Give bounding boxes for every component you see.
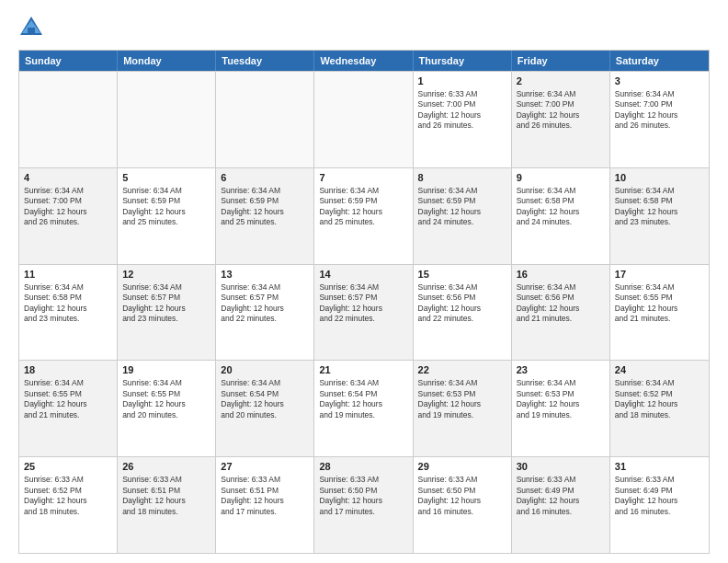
day-number: 18 bbox=[24, 364, 112, 375]
header bbox=[18, 15, 710, 40]
weekday-header-friday: Friday bbox=[512, 51, 610, 71]
day-number: 10 bbox=[615, 172, 704, 183]
day-9: 9Sunrise: 6:34 AM Sunset: 6:58 PM Daylig… bbox=[512, 168, 610, 264]
day-number: 14 bbox=[319, 269, 407, 280]
logo-icon bbox=[18, 15, 44, 40]
day-5: 5Sunrise: 6:34 AM Sunset: 6:59 PM Daylig… bbox=[118, 168, 216, 264]
cal-row-1: 4Sunrise: 6:34 AM Sunset: 7:00 PM Daylig… bbox=[19, 167, 709, 264]
day-number: 15 bbox=[418, 269, 506, 280]
day-number: 31 bbox=[615, 461, 704, 472]
weekday-header-thursday: Thursday bbox=[414, 51, 512, 71]
day-11: 11Sunrise: 6:34 AM Sunset: 6:58 PM Dayli… bbox=[19, 265, 118, 361]
day-info: Sunrise: 6:34 AM Sunset: 6:57 PM Dayligh… bbox=[319, 282, 407, 325]
day-info: Sunrise: 6:34 AM Sunset: 6:56 PM Dayligh… bbox=[517, 282, 605, 325]
day-18: 18Sunrise: 6:34 AM Sunset: 6:55 PM Dayli… bbox=[19, 361, 118, 456]
day-number: 25 bbox=[24, 461, 112, 472]
weekday-header-monday: Monday bbox=[118, 51, 216, 71]
day-info: Sunrise: 6:34 AM Sunset: 7:00 PM Dayligh… bbox=[615, 89, 704, 132]
day-number: 30 bbox=[517, 461, 605, 472]
day-number: 19 bbox=[122, 364, 210, 375]
calendar: SundayMondayTuesdayWednesdayThursdayFrid… bbox=[18, 50, 710, 554]
empty-cell bbox=[19, 72, 118, 167]
day-24: 24Sunrise: 6:34 AM Sunset: 6:52 PM Dayli… bbox=[610, 361, 709, 456]
day-number: 3 bbox=[615, 75, 704, 86]
empty-cell bbox=[314, 72, 413, 167]
day-number: 27 bbox=[221, 461, 309, 472]
day-number: 23 bbox=[517, 364, 605, 375]
cal-row-2: 11Sunrise: 6:34 AM Sunset: 6:58 PM Dayli… bbox=[19, 264, 709, 361]
day-number: 16 bbox=[517, 269, 605, 280]
day-info: Sunrise: 6:34 AM Sunset: 6:55 PM Dayligh… bbox=[615, 282, 704, 325]
day-29: 29Sunrise: 6:33 AM Sunset: 6:50 PM Dayli… bbox=[414, 457, 512, 553]
svg-rect-2 bbox=[28, 28, 35, 35]
day-31: 31Sunrise: 6:33 AM Sunset: 6:49 PM Dayli… bbox=[610, 457, 709, 553]
day-number: 8 bbox=[418, 172, 506, 183]
day-info: Sunrise: 6:34 AM Sunset: 6:54 PM Dayligh… bbox=[221, 378, 309, 420]
day-number: 7 bbox=[319, 172, 407, 183]
day-info: Sunrise: 6:34 AM Sunset: 6:59 PM Dayligh… bbox=[418, 186, 506, 228]
day-info: Sunrise: 6:34 AM Sunset: 7:00 PM Dayligh… bbox=[517, 89, 605, 132]
day-number: 11 bbox=[24, 269, 112, 280]
day-info: Sunrise: 6:33 AM Sunset: 7:00 PM Dayligh… bbox=[418, 89, 506, 132]
day-info: Sunrise: 6:34 AM Sunset: 6:58 PM Dayligh… bbox=[24, 282, 112, 325]
day-25: 25Sunrise: 6:33 AM Sunset: 6:52 PM Dayli… bbox=[19, 457, 118, 553]
day-number: 17 bbox=[615, 269, 704, 280]
day-info: Sunrise: 6:33 AM Sunset: 6:51 PM Dayligh… bbox=[122, 475, 210, 517]
day-27: 27Sunrise: 6:33 AM Sunset: 6:51 PM Dayli… bbox=[216, 457, 314, 553]
day-13: 13Sunrise: 6:34 AM Sunset: 6:57 PM Dayli… bbox=[216, 265, 314, 361]
weekday-header-tuesday: Tuesday bbox=[216, 51, 314, 71]
day-number: 9 bbox=[517, 172, 605, 183]
day-number: 6 bbox=[221, 172, 309, 183]
day-17: 17Sunrise: 6:34 AM Sunset: 6:55 PM Dayli… bbox=[610, 265, 709, 361]
day-info: Sunrise: 6:34 AM Sunset: 6:59 PM Dayligh… bbox=[221, 186, 309, 228]
day-14: 14Sunrise: 6:34 AM Sunset: 6:57 PM Dayli… bbox=[314, 265, 413, 361]
day-number: 13 bbox=[221, 269, 309, 280]
day-info: Sunrise: 6:33 AM Sunset: 6:50 PM Dayligh… bbox=[319, 475, 407, 517]
day-20: 20Sunrise: 6:34 AM Sunset: 6:54 PM Dayli… bbox=[216, 361, 314, 456]
day-number: 5 bbox=[122, 172, 210, 183]
day-30: 30Sunrise: 6:33 AM Sunset: 6:49 PM Dayli… bbox=[512, 457, 610, 553]
calendar-header: SundayMondayTuesdayWednesdayThursdayFrid… bbox=[19, 51, 709, 71]
day-info: Sunrise: 6:33 AM Sunset: 6:49 PM Dayligh… bbox=[517, 475, 605, 517]
day-info: Sunrise: 6:34 AM Sunset: 6:55 PM Dayligh… bbox=[122, 378, 210, 420]
cal-row-3: 18Sunrise: 6:34 AM Sunset: 6:55 PM Dayli… bbox=[19, 360, 709, 456]
day-2: 2Sunrise: 6:34 AM Sunset: 7:00 PM Daylig… bbox=[512, 72, 610, 167]
day-3: 3Sunrise: 6:34 AM Sunset: 7:00 PM Daylig… bbox=[610, 72, 709, 167]
day-info: Sunrise: 6:34 AM Sunset: 6:59 PM Dayligh… bbox=[122, 186, 210, 228]
day-info: Sunrise: 6:34 AM Sunset: 6:52 PM Dayligh… bbox=[615, 378, 704, 420]
day-number: 1 bbox=[418, 75, 506, 86]
day-number: 29 bbox=[418, 461, 506, 472]
day-15: 15Sunrise: 6:34 AM Sunset: 6:56 PM Dayli… bbox=[414, 265, 512, 361]
logo bbox=[18, 15, 48, 40]
day-23: 23Sunrise: 6:34 AM Sunset: 6:53 PM Dayli… bbox=[512, 361, 610, 456]
day-info: Sunrise: 6:34 AM Sunset: 6:53 PM Dayligh… bbox=[517, 378, 605, 420]
day-info: Sunrise: 6:33 AM Sunset: 6:51 PM Dayligh… bbox=[221, 475, 309, 517]
day-8: 8Sunrise: 6:34 AM Sunset: 6:59 PM Daylig… bbox=[414, 168, 512, 264]
day-10: 10Sunrise: 6:34 AM Sunset: 6:58 PM Dayli… bbox=[610, 168, 709, 264]
day-info: Sunrise: 6:34 AM Sunset: 6:57 PM Dayligh… bbox=[122, 282, 210, 325]
day-info: Sunrise: 6:34 AM Sunset: 6:58 PM Dayligh… bbox=[517, 186, 605, 228]
day-number: 28 bbox=[319, 461, 407, 472]
cal-row-0: 1Sunrise: 6:33 AM Sunset: 7:00 PM Daylig… bbox=[19, 71, 709, 167]
day-1: 1Sunrise: 6:33 AM Sunset: 7:00 PM Daylig… bbox=[414, 72, 512, 167]
day-number: 26 bbox=[122, 461, 210, 472]
calendar-body: 1Sunrise: 6:33 AM Sunset: 7:00 PM Daylig… bbox=[19, 71, 709, 553]
day-21: 21Sunrise: 6:34 AM Sunset: 6:54 PM Dayli… bbox=[314, 361, 413, 456]
day-info: Sunrise: 6:34 AM Sunset: 6:53 PM Dayligh… bbox=[418, 378, 506, 420]
cal-row-4: 25Sunrise: 6:33 AM Sunset: 6:52 PM Dayli… bbox=[19, 456, 709, 553]
day-number: 21 bbox=[319, 364, 407, 375]
weekday-header-wednesday: Wednesday bbox=[314, 51, 413, 71]
empty-cell bbox=[118, 72, 216, 167]
day-26: 26Sunrise: 6:33 AM Sunset: 6:51 PM Dayli… bbox=[118, 457, 216, 553]
day-6: 6Sunrise: 6:34 AM Sunset: 6:59 PM Daylig… bbox=[216, 168, 314, 264]
day-info: Sunrise: 6:34 AM Sunset: 6:56 PM Dayligh… bbox=[418, 282, 506, 325]
day-4: 4Sunrise: 6:34 AM Sunset: 7:00 PM Daylig… bbox=[19, 168, 118, 264]
day-16: 16Sunrise: 6:34 AM Sunset: 6:56 PM Dayli… bbox=[512, 265, 610, 361]
day-info: Sunrise: 6:34 AM Sunset: 7:00 PM Dayligh… bbox=[24, 186, 112, 228]
empty-cell bbox=[216, 72, 314, 167]
day-28: 28Sunrise: 6:33 AM Sunset: 6:50 PM Dayli… bbox=[314, 457, 413, 553]
day-12: 12Sunrise: 6:34 AM Sunset: 6:57 PM Dayli… bbox=[118, 265, 216, 361]
day-info: Sunrise: 6:34 AM Sunset: 6:55 PM Dayligh… bbox=[24, 378, 112, 420]
page: SundayMondayTuesdayWednesdayThursdayFrid… bbox=[0, 0, 728, 563]
day-number: 20 bbox=[221, 364, 309, 375]
